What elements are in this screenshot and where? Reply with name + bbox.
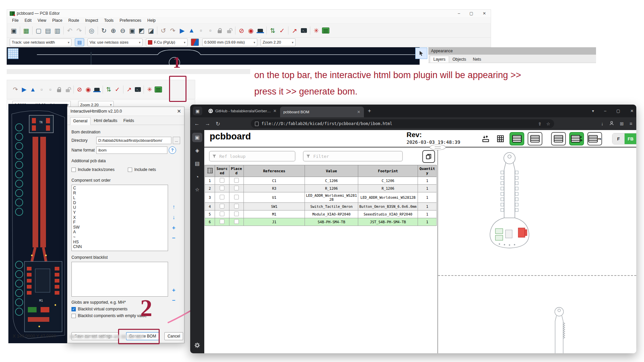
pane-splitter[interactable] bbox=[437, 147, 438, 353]
col-placed[interactable]: Placed bbox=[229, 165, 244, 177]
group-icon[interactable]: ▫ bbox=[37, 85, 46, 94]
mirror-vertical-icon[interactable]: ▲ bbox=[187, 26, 196, 35]
menu-tools[interactable]: Tools bbox=[101, 18, 117, 23]
menu-icon[interactable]: ≡ bbox=[630, 121, 632, 126]
tab-list-chevron-icon[interactable]: ▾ bbox=[592, 109, 594, 113]
plot-icon[interactable]: ▥ bbox=[53, 26, 62, 35]
row-checkbox[interactable] bbox=[220, 195, 224, 199]
sort-order-item[interactable]: Y bbox=[73, 210, 166, 215]
rotate-cw-icon[interactable]: ↷ bbox=[168, 26, 177, 35]
history-icon[interactable]: ◔ bbox=[192, 172, 202, 181]
row-checkbox[interactable] bbox=[234, 212, 239, 216]
canvas-split-divider[interactable] bbox=[438, 275, 636, 276]
row-checkbox[interactable] bbox=[220, 186, 224, 190]
tab-close-icon[interactable]: ✕ bbox=[273, 109, 277, 113]
splitter-handle-icon[interactable] bbox=[430, 144, 446, 150]
plugin-manager-icon[interactable]: ✳ bbox=[145, 85, 154, 94]
blacklist-list[interactable] bbox=[71, 262, 168, 297]
sort-order-list[interactable]: CRLDUYXFSWA~HSCNN bbox=[71, 185, 168, 251]
footprint-checker-icon[interactable] bbox=[256, 26, 265, 35]
grid-view-icon[interactable] bbox=[495, 133, 506, 145]
print-icon[interactable]: ▤ bbox=[43, 26, 53, 35]
add-filled-zone-icon[interactable]: ⊘ bbox=[75, 85, 84, 94]
group-icon[interactable]: ▫ bbox=[196, 26, 206, 35]
row-checkbox[interactable] bbox=[220, 212, 224, 216]
copilot-icon[interactable]: ◈ bbox=[192, 146, 202, 155]
update-pcb-icon[interactable]: ⇅ bbox=[104, 85, 113, 94]
reload-icon[interactable]: ↻ bbox=[216, 121, 220, 127]
browser-tab-bom[interactable]: pcbboard BOM ✕ bbox=[280, 107, 364, 117]
name-format-field[interactable]: ibom bbox=[96, 146, 167, 154]
dialog-tab-html-defaults[interactable]: Html defaults bbox=[91, 117, 120, 125]
help-button[interactable]: ? bbox=[169, 146, 176, 154]
row-checkbox[interactable] bbox=[234, 195, 239, 199]
mirror-vertical-icon[interactable]: ▲ bbox=[29, 85, 37, 94]
menu-edit[interactable]: Edit bbox=[21, 18, 35, 23]
plugin-manager-icon[interactable]: ✳ bbox=[312, 26, 321, 35]
undo-icon[interactable]: ↶ bbox=[65, 26, 74, 35]
add-filled-zone-icon[interactable]: ⊘ bbox=[237, 26, 246, 35]
find-icon[interactable]: ◎ bbox=[87, 26, 96, 35]
zoom-out-icon[interactable]: ⊖ bbox=[118, 26, 127, 35]
minimize-icon[interactable]: – bbox=[458, 11, 460, 16]
tab-actions-icon[interactable]: ▣ bbox=[193, 107, 202, 115]
sort-order-item[interactable]: A bbox=[73, 230, 166, 235]
flip-horizontal-icon[interactable]: ▶ bbox=[20, 85, 29, 94]
add-item-icon[interactable]: + bbox=[170, 224, 177, 232]
interactive-html-bom-icon[interactable] bbox=[321, 26, 330, 35]
filter-input[interactable] bbox=[313, 154, 399, 159]
footprint-checker-icon[interactable] bbox=[93, 85, 101, 94]
run-drc-icon[interactable]: ✓ bbox=[113, 85, 122, 94]
sort-order-item[interactable]: L bbox=[73, 195, 166, 200]
directory-field[interactable]: D:/fablab26/kicad/first/pcbboard/bom/ bbox=[96, 137, 171, 144]
layer-front-button[interactable]: F bbox=[612, 133, 625, 144]
dialog-tab-fields[interactable]: Fields bbox=[121, 117, 137, 125]
lock-icon[interactable] bbox=[55, 85, 63, 94]
sort-order-item[interactable]: CNN bbox=[73, 244, 166, 249]
layer-fb-button[interactable]: FB bbox=[625, 133, 636, 144]
layer-pair-icon[interactable]: ▤ bbox=[75, 38, 84, 46]
sort-order-item[interactable]: R bbox=[73, 191, 166, 196]
browser-close-icon[interactable]: ✕ bbox=[630, 109, 634, 113]
highlight-net-icon[interactable]: ↗ bbox=[290, 26, 299, 35]
lock-icon[interactable] bbox=[215, 26, 224, 35]
sort-order-item[interactable]: ~ bbox=[73, 235, 166, 240]
run-drc-icon[interactable]: ✓ bbox=[277, 26, 287, 35]
include-nets-checkbox[interactable]: Include nets bbox=[128, 167, 156, 172]
selection-tool-icon[interactable] bbox=[415, 48, 427, 59]
grid-settings-icon[interactable] bbox=[8, 48, 18, 59]
zoom-dropdown[interactable]: Zoom 2.20▾ bbox=[261, 39, 296, 46]
highlight-net-icon[interactable]: ↗ bbox=[125, 85, 133, 94]
pcb-back-render[interactable] bbox=[522, 305, 596, 353]
row-checkbox[interactable] bbox=[220, 204, 224, 208]
browser-settings-gear-icon[interactable] bbox=[192, 341, 202, 350]
menu-place[interactable]: Place bbox=[49, 18, 65, 23]
zoom-in-icon[interactable]: ⊕ bbox=[109, 26, 118, 35]
row-checkbox[interactable] bbox=[234, 204, 239, 208]
pcb-canvas[interactable] bbox=[7, 47, 420, 65]
dialog-close-icon[interactable]: ✕ bbox=[177, 108, 181, 114]
layout-fb-bottom-icon[interactable]: FB bbox=[587, 132, 602, 145]
zoom-fit-objects-icon[interactable]: ◩ bbox=[137, 26, 146, 35]
row-checkbox[interactable] bbox=[234, 186, 239, 190]
layer-presets-icon[interactable] bbox=[191, 39, 199, 46]
grid-dropdown[interactable]: 0.5000 mm (19.69 mils)▾ bbox=[202, 39, 257, 46]
scripting-console-icon[interactable]: >_ bbox=[133, 85, 142, 94]
row-checkbox[interactable] bbox=[220, 178, 224, 183]
unlock-icon[interactable] bbox=[63, 85, 72, 94]
address-bar[interactable]: file:///D:/fablab26/kicad/first/pcbboard… bbox=[251, 119, 554, 128]
cancel-button[interactable]: Cancel bbox=[164, 332, 183, 340]
stats-icon[interactable] bbox=[480, 133, 491, 145]
col-quantity[interactable]: Quantity bbox=[418, 165, 437, 177]
extensions-icon[interactable]: ⊞ bbox=[620, 121, 624, 126]
sidebar-toggle-icon[interactable]: ▣ bbox=[192, 133, 202, 142]
via-size-dropdown[interactable]: Via: use netclass sizes▾ bbox=[88, 39, 143, 46]
menu-preferences[interactable]: Preferences bbox=[117, 18, 145, 23]
tab-nets[interactable]: Nets bbox=[470, 56, 485, 63]
ref-lookup-input[interactable] bbox=[219, 154, 292, 159]
bom-table-row[interactable]: 6J1S4B-PH-SM4-TBJST_S4B-PH-SM4-TB1 bbox=[205, 218, 437, 226]
blacklist-remove-icon[interactable]: − bbox=[170, 297, 177, 304]
ref-lookup-box[interactable] bbox=[209, 151, 296, 162]
menu-inspect[interactable]: Inspect bbox=[82, 18, 101, 23]
bom-table-row[interactable]: 1C1C_1206C_12061 bbox=[205, 177, 437, 185]
